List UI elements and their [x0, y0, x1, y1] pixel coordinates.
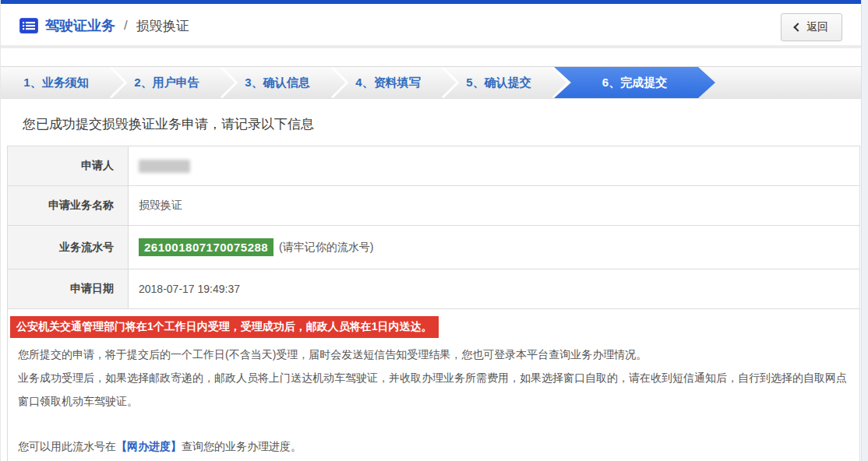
table-row-applicant: 申请人: [8, 146, 860, 186]
step-4-fill-materials[interactable]: 4、资料填写: [333, 67, 443, 98]
step-3-confirm-info[interactable]: 3、确认信息: [222, 67, 333, 98]
progress-text-prefix: 您可以用此流水号在: [18, 440, 116, 452]
step-5-confirm-submit[interactable]: 5、确认提交: [443, 67, 554, 98]
breadcrumb-separator: /: [122, 18, 129, 33]
table-row-application-date: 申请日期 2018-07-17 19:49:37: [8, 269, 860, 309]
back-button-label: 返回: [806, 20, 828, 34]
page-container: 驾驶证业务 / 损毁换证 返回 1、业务须知 2、用户申告 3、确认信息 4、资…: [0, 0, 862, 461]
success-message: 您已成功提交损毁换证业务申请，请记录以下信息: [23, 115, 861, 133]
table-row-business-name: 申请业务名称 损毁换证: [8, 186, 860, 226]
serial-number-label: 业务流水号: [8, 226, 129, 269]
application-date-label: 申请日期: [8, 269, 129, 309]
note-paragraph-2: 业务成功受理后，如果选择邮政寄递的，邮政人员将上门送达机动车驾驶证，并收取办理业…: [18, 366, 849, 413]
applicant-label: 申请人: [8, 146, 129, 186]
back-button[interactable]: 返回: [781, 13, 842, 41]
table-row-notes: 公安机关交通管理部门将在1个工作日内受理，受理成功后，邮政人员将在1日内送达。 …: [8, 309, 860, 461]
processing-alert-banner: 公安机关交通管理部门将在1个工作日内受理，受理成功后，邮政人员将在1日内送达。: [10, 316, 439, 338]
note-paragraph-progress: 您可以用此流水号在【网办进度】查询您的业务办理进度。: [18, 435, 849, 458]
chevron-left-icon: [793, 23, 802, 31]
progress-text-suffix: 查询您的业务办理进度。: [182, 440, 302, 452]
page-title-service: 损毁换证: [136, 17, 189, 35]
note-paragraph-1: 您所提交的申请，将于提交后的一个工作日(不含当天)受理，届时会发送短信告知受理结…: [18, 343, 849, 366]
step-2-user-declaration[interactable]: 2、用户申告: [111, 67, 222, 98]
serial-number-value: 261001807170075288 (请牢记你的流水号): [129, 226, 860, 269]
breadcrumb: 驾驶证业务 / 损毁换证: [19, 16, 842, 35]
page-title-category: 驾驶证业务: [45, 16, 115, 35]
notes-cell: 公安机关交通管理部门将在1个工作日内受理，受理成功后，邮政人员将在1日内送达。 …: [8, 309, 860, 461]
step-1-business-notice[interactable]: 1、业务须知: [1, 67, 111, 98]
serial-number-note: (请牢记你的流水号): [279, 241, 373, 253]
applicant-value: [129, 146, 860, 186]
table-row-serial-number: 业务流水号 261001807170075288 (请牢记你的流水号): [8, 226, 860, 269]
business-name-label: 申请业务名称: [8, 186, 129, 226]
online-progress-link[interactable]: 【网办进度】: [116, 440, 182, 452]
application-info-table: 申请人 申请业务名称 损毁换证 业务流水号 261001807170075288…: [7, 146, 860, 461]
application-date-value: 2018-07-17 19:49:37: [129, 269, 860, 309]
serial-number-badge: 261001807170075288: [139, 238, 273, 256]
business-name-value: 损毁换证: [129, 186, 860, 226]
list-icon: [19, 18, 38, 33]
redacted-applicant-name: [139, 160, 190, 173]
page-header: 驾驶证业务 / 损毁换证 返回: [1, 4, 861, 48]
step-6-submission-complete[interactable]: 6、完成提交: [554, 67, 715, 98]
wizard-step-bar: 1、业务须知 2、用户申告 3、确认信息 4、资料填写 5、确认提交 6、完成提…: [1, 66, 861, 99]
